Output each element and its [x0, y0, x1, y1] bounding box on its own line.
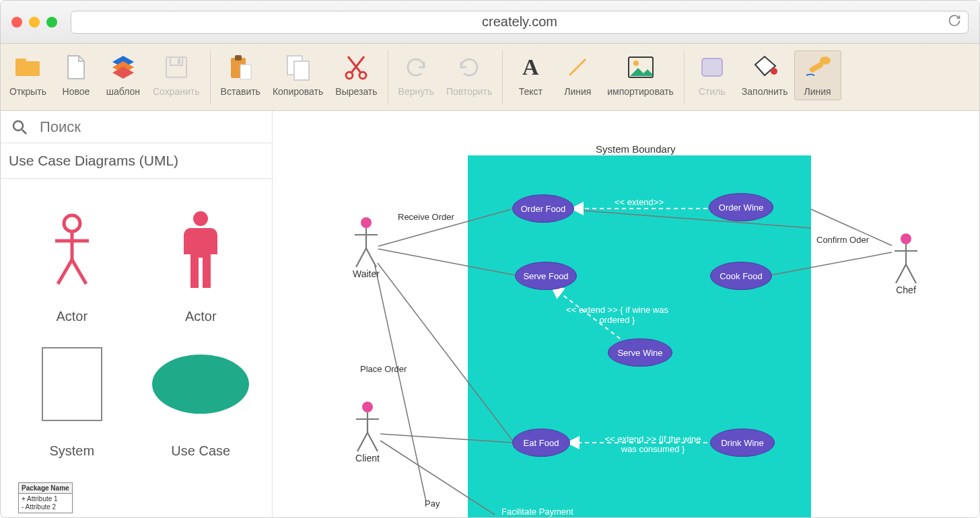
palette-person-actor[interactable]: Actor [137, 190, 266, 324]
svg-line-55 [368, 433, 378, 451]
actor-client[interactable]: Client [352, 400, 383, 464]
label-facilitate: Facilitate Payment [501, 507, 573, 517]
redo-icon [457, 54, 481, 81]
template-button[interactable]: шаблон [100, 50, 147, 100]
line-icon [565, 54, 590, 81]
paste-button[interactable]: Вставить [215, 50, 267, 100]
label-extend1: << extend>> [615, 197, 664, 207]
cut-button[interactable]: Вырезать [329, 50, 383, 100]
svg-line-17 [569, 59, 586, 75]
svg-rect-23 [808, 61, 824, 73]
search-bar [1, 111, 272, 143]
svg-line-30 [72, 260, 86, 284]
window-minimize-icon[interactable] [29, 17, 40, 28]
label-place-order: Place Order [360, 364, 407, 374]
svg-rect-20 [702, 59, 722, 76]
palette-system[interactable]: System [7, 324, 137, 459]
window-zoom-icon[interactable] [46, 17, 57, 28]
line-tool-button[interactable]: Линия [794, 50, 841, 100]
style-button[interactable]: Стиль [689, 50, 736, 100]
svg-point-51 [362, 402, 373, 412]
copy-icon [285, 54, 311, 81]
uc-serve-food[interactable]: Serve Food [515, 262, 577, 290]
svg-line-50 [366, 248, 376, 267]
svg-line-54 [357, 433, 368, 451]
uc-order-food[interactable]: Order Food [512, 194, 574, 223]
svg-point-21 [771, 68, 777, 75]
save-icon [164, 54, 188, 81]
panel-title: Use Case Diagrams (UML) [1, 143, 272, 179]
svg-rect-32 [42, 348, 102, 420]
save-button[interactable]: Сохранить [147, 50, 206, 100]
scissors-icon [343, 54, 370, 81]
label-extend3: << extend >> {if the wine was consumed } [602, 434, 703, 454]
main-toolbar: Открыть Новое шаблон Сохранить Вставить [1, 44, 979, 111]
uc-drink-wine[interactable]: Drink Wine [710, 429, 775, 457]
page-icon [65, 54, 87, 81]
open-button[interactable]: Открыть [3, 50, 53, 100]
search-input[interactable] [38, 111, 272, 143]
svg-point-56 [901, 233, 911, 244]
text-icon: A [522, 54, 539, 81]
actor-chef[interactable]: Chef [890, 232, 921, 295]
copy-button[interactable]: Копировать [267, 50, 329, 100]
style-icon [699, 54, 725, 81]
line-button[interactable]: Линия [554, 50, 601, 100]
undo-button[interactable]: Вернуть [392, 50, 440, 100]
folder-icon [14, 54, 41, 81]
new-button[interactable]: Новое [53, 50, 100, 100]
svg-point-14 [359, 72, 366, 79]
svg-point-24 [13, 121, 23, 131]
svg-line-29 [58, 260, 72, 284]
sidebar: Use Case Diagrams (UML) Actor Actor Syst… [1, 111, 273, 517]
search-icon[interactable] [1, 118, 38, 136]
svg-point-33 [152, 355, 249, 414]
undo-icon [404, 54, 428, 81]
fill-button[interactable]: Заполнить [736, 50, 794, 100]
svg-rect-12 [294, 61, 309, 80]
image-icon [627, 54, 654, 81]
diagram-canvas[interactable]: System Boundary [273, 111, 979, 517]
uc-serve-wine[interactable]: Serve Wine [608, 338, 672, 367]
uc-order-wine[interactable]: Order Wine [709, 193, 773, 221]
palette-usecase[interactable]: Use Case [137, 324, 266, 459]
import-button[interactable]: импортировать [601, 50, 680, 100]
text-button[interactable]: A Текст [507, 50, 554, 100]
label-pay: Pay [425, 498, 440, 509]
address-bar[interactable]: creately.com [71, 11, 969, 34]
svg-rect-1 [15, 59, 26, 65]
label-confirm: Confirm Oder [816, 235, 869, 245]
svg-point-26 [64, 215, 80, 231]
url-text: creately.com [482, 14, 557, 30]
redo-button[interactable]: Повторить [440, 50, 498, 100]
svg-line-60 [906, 264, 916, 283]
svg-line-49 [356, 248, 366, 267]
palette-stick-actor[interactable]: Actor [7, 190, 137, 324]
svg-rect-5 [166, 57, 186, 77]
svg-point-31 [193, 211, 208, 226]
svg-point-19 [633, 61, 639, 66]
svg-rect-7 [178, 59, 180, 64]
window-titlebar: creately.com [1, 1, 979, 44]
uc-cook-food[interactable]: Cook Food [710, 262, 772, 290]
palette-package[interactable]: Package Name + Attribute 1 - Attribute 2 [18, 482, 73, 513]
reload-icon[interactable] [948, 13, 961, 30]
uc-eat-food[interactable]: Eat Food [512, 429, 570, 457]
svg-point-13 [346, 72, 353, 79]
label-extend2: << extend >> { if wine was ordered } [563, 305, 671, 325]
svg-line-25 [22, 130, 26, 134]
svg-point-46 [361, 217, 372, 228]
label-receive-order: Receive Order [398, 212, 454, 222]
window-close-icon[interactable] [11, 17, 22, 28]
svg-rect-9 [235, 55, 242, 61]
bucket-icon [751, 54, 778, 81]
clipboard-icon [227, 54, 254, 81]
svg-line-59 [896, 264, 906, 283]
svg-rect-6 [170, 57, 182, 65]
boundary-title: System Boundary [596, 143, 675, 155]
layers-icon [110, 54, 137, 81]
actor-waiter[interactable]: Waiter [351, 216, 382, 279]
pencil-icon [804, 54, 832, 81]
svg-rect-10 [240, 65, 251, 79]
svg-line-36 [375, 266, 426, 501]
